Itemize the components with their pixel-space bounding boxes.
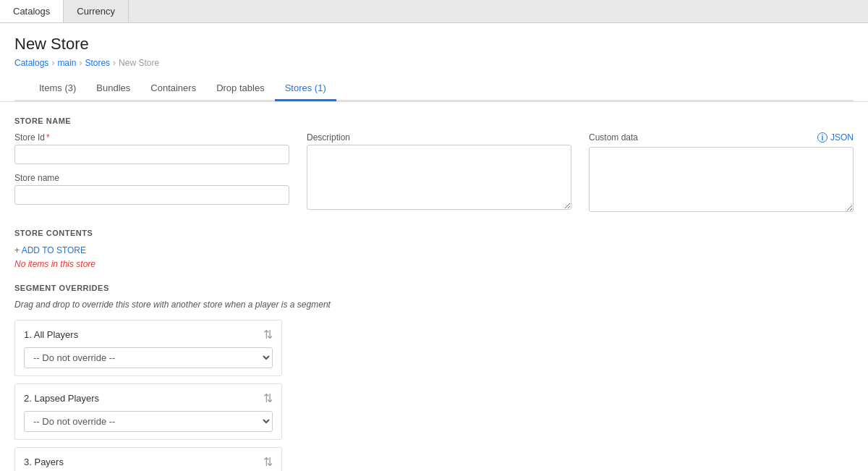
tab-items[interactable]: Items (3) bbox=[29, 77, 86, 101]
store-name-field-group: Store name bbox=[14, 173, 289, 205]
main-content: STORE NAME Store Id* Store name Descript… bbox=[0, 102, 868, 471]
store-id-required-star: * bbox=[46, 132, 50, 143]
segment-overrides-label: SEGMENT OVERRIDES bbox=[14, 284, 854, 292]
breadcrumb: Catalogs › main › Stores › New Store bbox=[14, 58, 854, 68]
segment-item-1: 1. All Players ⇅ -- Do not override -- bbox=[14, 320, 282, 376]
tab-bundles[interactable]: Bundles bbox=[86, 77, 140, 101]
json-toggle[interactable]: i JSON bbox=[817, 132, 854, 143]
segment-item-3-title: 3. Payers bbox=[24, 457, 64, 467]
custom-data-label: Custom data bbox=[589, 132, 638, 143]
store-id-field-group: Store Id* bbox=[14, 132, 289, 164]
page-header: New Store Catalogs › main › Stores › New… bbox=[0, 23, 868, 101]
segment-item-2-header: 2. Lapsed Players ⇅ bbox=[24, 391, 273, 405]
segment-item-2-select[interactable]: -- Do not override -- bbox=[24, 411, 273, 432]
json-info-icon: i bbox=[817, 132, 827, 143]
segment-item-3-header: 3. Payers ⇅ bbox=[24, 455, 273, 469]
top-tab-bar: Catalogs Currency bbox=[0, 0, 868, 23]
add-to-store-button[interactable]: + ADD TO STORE bbox=[14, 245, 86, 255]
store-name-section-label: STORE NAME bbox=[14, 116, 854, 125]
segment-item-2-title: 2. Lapsed Players bbox=[24, 393, 99, 404]
segment-item-1-header: 1. All Players ⇅ bbox=[24, 328, 273, 341]
tab-drop-tables[interactable]: Drop tables bbox=[206, 77, 274, 101]
description-textarea[interactable] bbox=[307, 145, 571, 210]
breadcrumb-stores[interactable]: Stores bbox=[85, 58, 110, 68]
description-label: Description bbox=[307, 132, 571, 143]
description-field-group: Description bbox=[307, 132, 571, 214]
store-id-label: Store Id* bbox=[14, 132, 289, 143]
json-label-text: JSON bbox=[830, 132, 854, 143]
segment-item-2: 2. Lapsed Players ⇅ -- Do not override -… bbox=[14, 383, 282, 440]
store-contents-section: STORE CONTENTS + ADD TO STORE No items i… bbox=[14, 229, 854, 269]
tab-catalogs[interactable]: Catalogs bbox=[0, 0, 64, 22]
custom-data-textarea[interactable] bbox=[589, 147, 854, 212]
tab-currency[interactable]: Currency bbox=[64, 0, 129, 22]
store-id-input[interactable] bbox=[14, 145, 289, 164]
custom-data-field-group: Custom data i JSON bbox=[589, 132, 854, 214]
segment-item-1-select[interactable]: -- Do not override -- bbox=[24, 347, 273, 368]
no-items-text: No items in this store bbox=[14, 259, 854, 269]
segment-item-3: 3. Payers ⇅ -- Do not override -- bbox=[14, 447, 282, 471]
tab-containers[interactable]: Containers bbox=[140, 77, 206, 101]
segment-overrides-section: SEGMENT OVERRIDES Drag and drop to overr… bbox=[14, 284, 854, 471]
breadcrumb-main[interactable]: main bbox=[57, 58, 76, 68]
store-name-label: Store name bbox=[14, 173, 289, 183]
breadcrumb-current: New Store bbox=[119, 58, 159, 68]
breadcrumb-catalogs[interactable]: Catalogs bbox=[14, 58, 48, 68]
store-contents-label: STORE CONTENTS bbox=[14, 229, 854, 237]
tab-stores[interactable]: Stores (1) bbox=[275, 77, 336, 101]
segment-overrides-description: Drag and drop to override this store wit… bbox=[14, 300, 854, 310]
sub-tab-bar: Items (3) Bundles Containers Drop tables… bbox=[14, 77, 854, 101]
segment-item-1-title: 1. All Players bbox=[24, 329, 78, 340]
page-title: New Store bbox=[14, 35, 854, 54]
store-fields-row: Store Id* Store name Description Custom … bbox=[14, 132, 854, 214]
segment-item-2-drag-icon[interactable]: ⇅ bbox=[263, 391, 273, 405]
store-id-name-group: Store Id* Store name bbox=[14, 132, 289, 214]
store-name-input[interactable] bbox=[14, 185, 289, 205]
segment-item-3-drag-icon[interactable]: ⇅ bbox=[263, 455, 273, 469]
segment-item-1-drag-icon[interactable]: ⇅ bbox=[263, 328, 273, 341]
